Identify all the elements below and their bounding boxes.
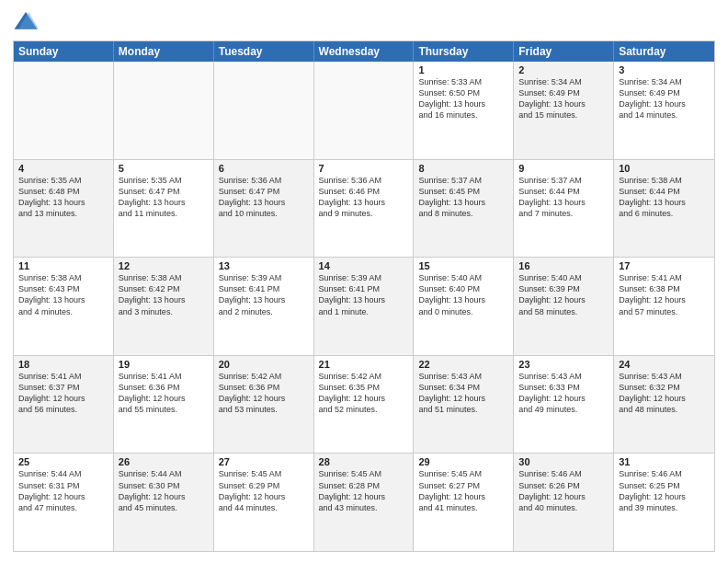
calendar-cell: 7Sunrise: 5:36 AM Sunset: 6:46 PM Daylig… <box>314 160 415 258</box>
day-number: 12 <box>119 260 209 271</box>
calendar-cell: 21Sunrise: 5:42 AM Sunset: 6:35 PM Dayli… <box>314 356 415 454</box>
cell-text: Sunrise: 5:34 AM Sunset: 6:49 PM Dayligh… <box>518 76 609 121</box>
day-number: 31 <box>619 456 710 467</box>
cell-text: Sunrise: 5:42 AM Sunset: 6:35 PM Dayligh… <box>319 371 409 416</box>
day-number: 4 <box>18 163 108 174</box>
cell-text: Sunrise: 5:35 AM Sunset: 6:47 PM Dayligh… <box>119 175 209 220</box>
cell-text: Sunrise: 5:41 AM Sunset: 6:38 PM Dayligh… <box>619 272 710 317</box>
calendar-cell: 24Sunrise: 5:43 AM Sunset: 6:32 PM Dayli… <box>614 356 714 454</box>
header <box>13 9 715 35</box>
day-number: 11 <box>18 260 108 271</box>
day-number: 20 <box>219 359 309 370</box>
calendar-cell: 18Sunrise: 5:41 AM Sunset: 6:37 PM Dayli… <box>14 356 114 454</box>
calendar-cell: 11Sunrise: 5:38 AM Sunset: 6:43 PM Dayli… <box>14 258 114 355</box>
day-number: 24 <box>619 359 710 370</box>
calendar-cell: 31Sunrise: 5:46 AM Sunset: 6:25 PM Dayli… <box>614 454 714 551</box>
day-number: 13 <box>219 260 309 271</box>
cell-text: Sunrise: 5:45 AM Sunset: 6:29 PM Dayligh… <box>219 468 309 513</box>
calendar-cell <box>114 62 214 159</box>
cell-text: Sunrise: 5:37 AM Sunset: 6:45 PM Dayligh… <box>418 175 508 220</box>
cell-text: Sunrise: 5:33 AM Sunset: 6:50 PM Dayligh… <box>418 76 508 121</box>
cell-text: Sunrise: 5:36 AM Sunset: 6:47 PM Dayligh… <box>219 175 309 220</box>
calendar-row: 11Sunrise: 5:38 AM Sunset: 6:43 PM Dayli… <box>14 257 714 355</box>
day-number: 25 <box>18 456 108 467</box>
calendar-cell: 20Sunrise: 5:42 AM Sunset: 6:36 PM Dayli… <box>214 356 314 454</box>
day-number: 10 <box>619 163 710 174</box>
day-number: 26 <box>119 456 209 467</box>
day-number: 8 <box>418 163 508 174</box>
calendar-row: 1Sunrise: 5:33 AM Sunset: 6:50 PM Daylig… <box>14 62 714 159</box>
day-number: 18 <box>18 359 108 370</box>
cell-text: Sunrise: 5:38 AM Sunset: 6:43 PM Dayligh… <box>18 272 108 317</box>
cell-text: Sunrise: 5:43 AM Sunset: 6:33 PM Dayligh… <box>518 371 609 416</box>
page: SundayMondayTuesdayWednesdayThursdayFrid… <box>0 0 728 563</box>
calendar-cell: 28Sunrise: 5:45 AM Sunset: 6:28 PM Dayli… <box>314 454 415 551</box>
cell-text: Sunrise: 5:35 AM Sunset: 6:48 PM Dayligh… <box>18 175 108 220</box>
calendar-header-day: Thursday <box>414 41 514 62</box>
calendar-cell: 22Sunrise: 5:43 AM Sunset: 6:34 PM Dayli… <box>414 356 514 454</box>
calendar-cell: 13Sunrise: 5:39 AM Sunset: 6:41 PM Dayli… <box>214 258 314 355</box>
calendar-cell: 16Sunrise: 5:40 AM Sunset: 6:39 PM Dayli… <box>514 258 614 355</box>
cell-text: Sunrise: 5:44 AM Sunset: 6:30 PM Dayligh… <box>119 468 209 513</box>
cell-text: Sunrise: 5:43 AM Sunset: 6:32 PM Dayligh… <box>619 371 710 416</box>
calendar-header-day: Monday <box>114 41 214 62</box>
day-number: 23 <box>518 359 609 370</box>
calendar-body: 1Sunrise: 5:33 AM Sunset: 6:50 PM Daylig… <box>14 62 714 551</box>
calendar-cell: 6Sunrise: 5:36 AM Sunset: 6:47 PM Daylig… <box>214 160 314 258</box>
day-number: 14 <box>319 260 409 271</box>
calendar-cell: 4Sunrise: 5:35 AM Sunset: 6:48 PM Daylig… <box>14 160 114 258</box>
cell-text: Sunrise: 5:46 AM Sunset: 6:26 PM Dayligh… <box>518 468 609 513</box>
cell-text: Sunrise: 5:37 AM Sunset: 6:44 PM Dayligh… <box>518 175 609 220</box>
day-number: 28 <box>319 456 409 467</box>
logo <box>13 9 42 35</box>
day-number: 1 <box>418 64 508 75</box>
calendar-cell: 17Sunrise: 5:41 AM Sunset: 6:38 PM Dayli… <box>614 258 714 355</box>
calendar-cell <box>314 62 415 159</box>
cell-text: Sunrise: 5:38 AM Sunset: 6:42 PM Dayligh… <box>119 272 209 317</box>
cell-text: Sunrise: 5:40 AM Sunset: 6:39 PM Dayligh… <box>518 272 609 317</box>
logo-icon <box>13 9 39 35</box>
day-number: 7 <box>319 163 409 174</box>
day-number: 22 <box>418 359 508 370</box>
calendar-cell: 15Sunrise: 5:40 AM Sunset: 6:40 PM Dayli… <box>414 258 514 355</box>
cell-text: Sunrise: 5:39 AM Sunset: 6:41 PM Dayligh… <box>219 272 309 317</box>
calendar-cell: 3Sunrise: 5:34 AM Sunset: 6:49 PM Daylig… <box>614 62 714 159</box>
calendar-cell <box>214 62 314 159</box>
calendar-header-day: Tuesday <box>214 41 314 62</box>
calendar-row: 18Sunrise: 5:41 AM Sunset: 6:37 PM Dayli… <box>14 355 714 454</box>
calendar-cell <box>14 62 114 159</box>
day-number: 6 <box>219 163 309 174</box>
calendar: SundayMondayTuesdayWednesdayThursdayFrid… <box>13 40 715 552</box>
calendar-cell: 23Sunrise: 5:43 AM Sunset: 6:33 PM Dayli… <box>514 356 614 454</box>
cell-text: Sunrise: 5:34 AM Sunset: 6:49 PM Dayligh… <box>619 76 710 121</box>
calendar-cell: 27Sunrise: 5:45 AM Sunset: 6:29 PM Dayli… <box>214 454 314 551</box>
calendar-cell: 9Sunrise: 5:37 AM Sunset: 6:44 PM Daylig… <box>514 160 614 258</box>
day-number: 19 <box>119 359 209 370</box>
cell-text: Sunrise: 5:43 AM Sunset: 6:34 PM Dayligh… <box>418 371 508 416</box>
day-number: 21 <box>319 359 409 370</box>
calendar-cell: 8Sunrise: 5:37 AM Sunset: 6:45 PM Daylig… <box>414 160 514 258</box>
calendar-cell: 14Sunrise: 5:39 AM Sunset: 6:41 PM Dayli… <box>314 258 415 355</box>
day-number: 30 <box>518 456 609 467</box>
cell-text: Sunrise: 5:39 AM Sunset: 6:41 PM Dayligh… <box>319 272 409 317</box>
calendar-cell: 25Sunrise: 5:44 AM Sunset: 6:31 PM Dayli… <box>14 454 114 551</box>
day-number: 15 <box>418 260 508 271</box>
cell-text: Sunrise: 5:38 AM Sunset: 6:44 PM Dayligh… <box>619 175 710 220</box>
calendar-cell: 30Sunrise: 5:46 AM Sunset: 6:26 PM Dayli… <box>514 454 614 551</box>
day-number: 27 <box>219 456 309 467</box>
day-number: 29 <box>418 456 508 467</box>
calendar-header-day: Friday <box>514 41 614 62</box>
cell-text: Sunrise: 5:45 AM Sunset: 6:28 PM Dayligh… <box>319 468 409 513</box>
calendar-row: 4Sunrise: 5:35 AM Sunset: 6:48 PM Daylig… <box>14 159 714 258</box>
day-number: 3 <box>619 64 710 75</box>
calendar-header-day: Sunday <box>14 41 114 62</box>
calendar-cell: 26Sunrise: 5:44 AM Sunset: 6:30 PM Dayli… <box>114 454 214 551</box>
day-number: 9 <box>518 163 609 174</box>
day-number: 17 <box>619 260 710 271</box>
calendar-cell: 2Sunrise: 5:34 AM Sunset: 6:49 PM Daylig… <box>514 62 614 159</box>
day-number: 2 <box>518 64 609 75</box>
calendar-cell: 29Sunrise: 5:45 AM Sunset: 6:27 PM Dayli… <box>414 454 514 551</box>
day-number: 16 <box>518 260 609 271</box>
calendar-cell: 1Sunrise: 5:33 AM Sunset: 6:50 PM Daylig… <box>414 62 514 159</box>
calendar-header-day: Saturday <box>614 41 714 62</box>
